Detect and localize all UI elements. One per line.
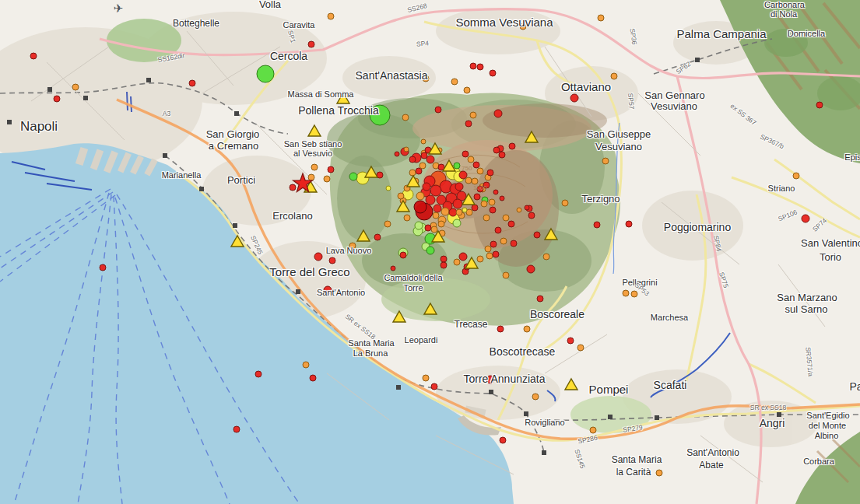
station-marker[interactable] [525, 131, 538, 142]
station-marker[interactable] [565, 379, 577, 390]
epicenter-marker[interactable] [489, 199, 495, 205]
epicenter-marker[interactable] [473, 162, 479, 168]
epicenter-marker[interactable] [454, 259, 460, 265]
epicenter-marker[interactable] [421, 139, 426, 144]
epicenter-marker[interactable] [404, 147, 409, 152]
epicenter-marker[interactable] [441, 256, 447, 262]
station-marker[interactable] [397, 201, 409, 212]
epicenter-marker[interactable] [462, 151, 469, 157]
epicenter-marker[interactable] [562, 200, 568, 206]
epicenter-marker[interactable] [431, 383, 437, 390]
epicenter-marker[interactable] [453, 199, 462, 208]
epicenter-marker[interactable] [434, 205, 441, 212]
epicenter-marker[interactable] [472, 178, 478, 184]
epicenter-marker[interactable] [398, 193, 404, 199]
epicenter-marker[interactable] [462, 208, 467, 212]
epicenter-marker[interactable] [456, 209, 462, 215]
epicenter-marker[interactable] [100, 264, 106, 271]
epicenter-marker[interactable] [534, 232, 540, 238]
epicenter-marker[interactable] [816, 102, 823, 108]
station-marker[interactable] [465, 257, 478, 268]
epicenter-marker[interactable] [303, 362, 309, 368]
epicenter-marker[interactable] [451, 79, 458, 85]
epicenter-marker[interactable] [468, 156, 474, 163]
epicenter-marker[interactable] [72, 84, 79, 90]
epicenter-marker[interactable] [374, 234, 381, 240]
epicenter-marker[interactable] [426, 247, 434, 254]
epicenter-marker[interactable] [455, 183, 463, 191]
epicenter-marker[interactable] [441, 208, 449, 215]
epicenter-marker[interactable] [470, 112, 476, 118]
epicenter-marker[interactable] [308, 174, 314, 180]
epicenter-marker[interactable] [793, 173, 799, 179]
epicenter-marker[interactable] [400, 252, 406, 258]
epicenter-marker[interactable] [441, 262, 447, 268]
epicenter-marker[interactable] [532, 394, 539, 400]
epicenter-marker[interactable] [517, 208, 521, 212]
epicenter-marker[interactable] [493, 251, 499, 257]
epicenter-marker[interactable] [433, 212, 439, 219]
epicenter-marker[interactable] [493, 190, 498, 194]
epicenter-marker[interactable] [493, 147, 500, 153]
epicenter-marker[interactable] [233, 426, 240, 432]
epicenter-marker[interactable] [308, 41, 314, 47]
epicenter-marker[interactable] [465, 177, 472, 184]
epicenter-marker[interactable] [349, 173, 357, 180]
epicenter-marker[interactable] [570, 94, 578, 102]
epicenter-marker[interactable] [527, 265, 535, 273]
epicenter-marker[interactable] [384, 221, 391, 227]
epicenter-marker[interactable] [483, 182, 490, 188]
epicenter-marker[interactable] [802, 215, 809, 222]
epicenter-marker[interactable] [324, 286, 332, 294]
epicenter-marker[interactable] [395, 152, 399, 156]
epicenter-marker[interactable] [503, 215, 509, 221]
epicenter-marker[interactable] [631, 291, 637, 297]
epicenter-marker[interactable] [189, 80, 195, 86]
station-marker[interactable] [545, 229, 557, 240]
epicenter-marker[interactable] [435, 107, 441, 113]
epicenter-marker[interactable] [438, 221, 444, 227]
epicenter-marker[interactable] [324, 176, 330, 182]
epicenter-marker[interactable] [481, 201, 487, 207]
epicenter-marker[interactable] [423, 375, 429, 381]
epicenter-marker[interactable] [419, 163, 426, 169]
epicenter-marker[interactable] [314, 253, 322, 261]
epicenter-marker[interactable] [656, 470, 662, 476]
epicenter-marker[interactable] [611, 73, 617, 79]
station-marker[interactable] [357, 230, 370, 241]
epicenter-marker[interactable] [311, 164, 318, 170]
epicenter-marker[interactable] [328, 13, 334, 19]
epicenter-marker[interactable] [594, 222, 600, 228]
epicenter-marker[interactable] [537, 296, 543, 302]
epicenter-marker[interactable] [454, 163, 460, 169]
epicenter-marker[interactable] [486, 253, 493, 259]
epicenter-marker[interactable] [459, 253, 467, 261]
epicenter-marker[interactable] [391, 266, 395, 271]
epicenter-marker[interactable] [483, 215, 490, 221]
epicenter-marker[interactable] [626, 221, 632, 227]
epicenter-marker[interactable] [490, 207, 496, 213]
epicenter-marker[interactable] [577, 345, 584, 351]
epicenter-marker[interactable] [386, 186, 391, 191]
epicenter-marker[interactable] [425, 225, 431, 231]
station-marker[interactable] [393, 311, 405, 322]
epicenter-marker[interactable] [430, 185, 441, 196]
epicenter-marker[interactable] [453, 219, 461, 227]
epicenter-marker[interactable] [490, 241, 497, 247]
epicenter-marker[interactable] [524, 326, 530, 332]
epicenter-marker[interactable] [495, 227, 501, 233]
epicenter-marker[interactable] [416, 192, 424, 200]
epicenter-marker[interactable] [472, 205, 478, 211]
station-marker[interactable] [231, 236, 244, 247]
epicenter-marker[interactable] [465, 121, 472, 127]
epicenter-marker[interactable] [310, 375, 316, 381]
epicenter-marker[interactable] [470, 63, 476, 69]
epicenter-marker[interactable] [477, 256, 483, 262]
epicenter-marker[interactable] [464, 87, 470, 93]
epicenter-marker[interactable] [485, 246, 491, 252]
map-canvas[interactable]: NapoliVollaBotteghelleCaravitaCercolaSom… [0, 0, 860, 504]
epicenter-marker[interactable] [602, 158, 609, 164]
epicenter-marker[interactable] [328, 166, 334, 173]
epicenter-marker[interactable] [426, 156, 434, 163]
epicenter-marker[interactable] [290, 184, 296, 191]
